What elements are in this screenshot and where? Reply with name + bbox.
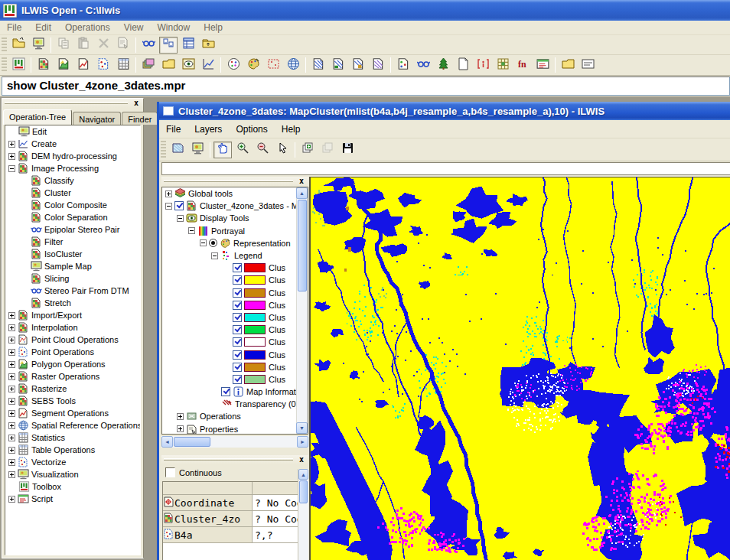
toolbar-button-palette[interactable] xyxy=(244,57,262,73)
tree-item-slicing[interactable]: Slicing xyxy=(5,272,140,285)
tree-item-polygon-operations[interactable]: Polygon Operations xyxy=(5,358,140,370)
toolbar-button-tree[interactable] xyxy=(434,57,452,73)
layer-checkbox[interactable] xyxy=(233,375,242,384)
toolbar-button-doc[interactable] xyxy=(454,57,472,73)
toolbar-button-maplist[interactable] xyxy=(139,57,158,73)
toolbar-button-monitor-map[interactable] xyxy=(29,37,47,54)
scroll-thumb[interactable] xyxy=(174,437,210,447)
tree-item-visualization[interactable]: Visualization xyxy=(5,468,140,480)
layer-item-legend[interactable]: Legend xyxy=(162,249,296,262)
toolbar-button-hatch1[interactable] xyxy=(309,57,328,73)
layer-checkbox[interactable] xyxy=(233,325,242,334)
layer-item-properties[interactable]: Properties xyxy=(162,423,296,434)
collapse-icon[interactable] xyxy=(200,239,207,246)
tree-item-image-processing[interactable]: Image Processing xyxy=(5,162,140,174)
tree-item-interpolation[interactable]: Interpolation xyxy=(5,321,140,334)
pixel-info-row[interactable]: Cluster_4zo? No Coo xyxy=(163,511,308,527)
layer-item-clus[interactable]: Clus xyxy=(162,287,296,299)
pane-grip[interactable] xyxy=(164,458,293,461)
toolbar-button-comment[interactable] xyxy=(578,57,597,73)
radio-selected[interactable] xyxy=(209,239,217,247)
map-menu-options[interactable]: Options xyxy=(229,122,274,136)
collapse-icon[interactable] xyxy=(188,227,195,234)
continuous-checkbox[interactable] xyxy=(165,467,175,477)
tree-item-sample-map[interactable]: Sample Map xyxy=(5,260,140,272)
tree-item-color-composite[interactable]: Color Composite xyxy=(5,199,140,211)
layer-checkbox[interactable] xyxy=(233,313,242,322)
expand-icon[interactable] xyxy=(177,413,184,420)
toolbar-button-map-new[interactable] xyxy=(168,142,187,158)
tree-item-create[interactable]: Create xyxy=(5,138,140,150)
expand-icon[interactable] xyxy=(8,361,15,368)
toolbar-button-script[interactable] xyxy=(533,57,552,73)
layer-item-global-tools[interactable]: Global tools xyxy=(162,187,296,200)
toolbar-button-zoom-in[interactable] xyxy=(233,142,252,158)
toolbar-button-fn[interactable]: fn xyxy=(513,57,532,73)
expand-icon[interactable] xyxy=(8,141,15,148)
scroll-thumb[interactable] xyxy=(299,480,308,503)
scroll-up-icon[interactable]: ▲ xyxy=(296,187,308,199)
pixel-info-row[interactable]: Coordinate? No Coo xyxy=(163,495,308,511)
expand-icon[interactable] xyxy=(165,190,172,197)
expand-icon[interactable] xyxy=(8,373,15,380)
menu-window[interactable]: Window xyxy=(151,21,197,34)
toolbar-button-stereo[interactable] xyxy=(414,57,432,73)
layer-item-clus[interactable]: Clus xyxy=(162,348,296,360)
tree-item-script[interactable]: Script xyxy=(5,493,140,505)
map-menu-layers[interactable]: Layers xyxy=(187,122,229,136)
expand-icon[interactable] xyxy=(8,337,15,343)
toolbar-button-pan-hand[interactable] xyxy=(213,142,232,158)
tree-item-stretch[interactable]: Stretch xyxy=(5,297,140,309)
layer-item-clus[interactable]: Clus xyxy=(162,274,296,286)
tab-operation-tree[interactable]: Operation-Tree xyxy=(3,109,72,125)
layer-tree-hscrollbar[interactable]: ◄ ► xyxy=(161,436,308,448)
toolbar-button-domain[interactable] xyxy=(224,57,243,73)
toolbar-button-point[interactable] xyxy=(94,57,112,73)
tree-item-cluster[interactable]: Cluster xyxy=(5,187,140,199)
toolbar-button-copy[interactable] xyxy=(54,37,73,54)
tree-item-dem-hydro-processing[interactable]: DEM hydro-processing xyxy=(5,150,140,162)
layer-checkbox[interactable] xyxy=(233,301,242,310)
toolbar-button-paste[interactable] xyxy=(74,37,93,54)
collapse-icon[interactable] xyxy=(165,203,172,210)
expand-icon[interactable] xyxy=(8,435,15,441)
expand-icon[interactable] xyxy=(8,153,15,160)
toolbar-button-filter-eye[interactable] xyxy=(179,57,197,73)
close-icon[interactable]: x xyxy=(132,99,141,108)
toolbar-grip[interactable] xyxy=(2,57,7,73)
layer-item-clus[interactable]: Clus xyxy=(162,373,296,386)
layer-item-clus[interactable]: Clus xyxy=(162,324,296,336)
layer-item-transparency-0-[interactable]: Transparency (0) xyxy=(162,398,296,410)
tree-item-isocluster[interactable]: IsoCluster xyxy=(5,248,140,260)
layer-item-display-tools[interactable]: Display Tools xyxy=(162,212,296,224)
layer-checkbox[interactable] xyxy=(174,201,184,210)
layer-item-clus[interactable]: Clus xyxy=(162,299,296,311)
expand-icon[interactable] xyxy=(8,398,15,405)
layer-item-clus[interactable]: Clus xyxy=(162,262,296,274)
pixel-info-row[interactable]: B4a?,? xyxy=(163,527,308,543)
toolbar-button-remove-layer[interactable] xyxy=(318,142,337,158)
expand-icon[interactable] xyxy=(8,324,15,331)
close-icon[interactable]: x xyxy=(297,455,306,464)
expand-icon[interactable] xyxy=(8,496,15,503)
layer-checkbox[interactable] xyxy=(233,363,242,372)
toolbar-button-hatch4[interactable] xyxy=(369,57,387,73)
expand-icon[interactable] xyxy=(8,459,15,466)
toolbar-grip[interactable] xyxy=(161,141,166,158)
toolbar-button-globe[interactable] xyxy=(284,57,302,73)
scroll-right-icon[interactable]: ► xyxy=(297,436,308,448)
toolbar-button-ilwis[interactable] xyxy=(9,57,28,73)
pane-grip[interactable] xyxy=(5,102,128,104)
expand-icon[interactable] xyxy=(8,422,15,429)
toolbar-button-polygon[interactable] xyxy=(54,57,73,73)
layer-item-clus[interactable]: Clus xyxy=(162,361,296,373)
toolbar-button-grid[interactable] xyxy=(494,57,512,73)
expand-icon[interactable] xyxy=(8,471,15,478)
toolbar-button-hatch2[interactable] xyxy=(329,57,347,73)
tree-item-filter[interactable]: Filter xyxy=(5,236,140,248)
toolbar-button-hatch3[interactable] xyxy=(349,57,367,73)
menu-view[interactable]: View xyxy=(117,21,151,34)
layer-checkbox[interactable] xyxy=(233,275,242,285)
expand-icon[interactable] xyxy=(177,425,184,432)
expand-icon[interactable] xyxy=(8,386,15,392)
